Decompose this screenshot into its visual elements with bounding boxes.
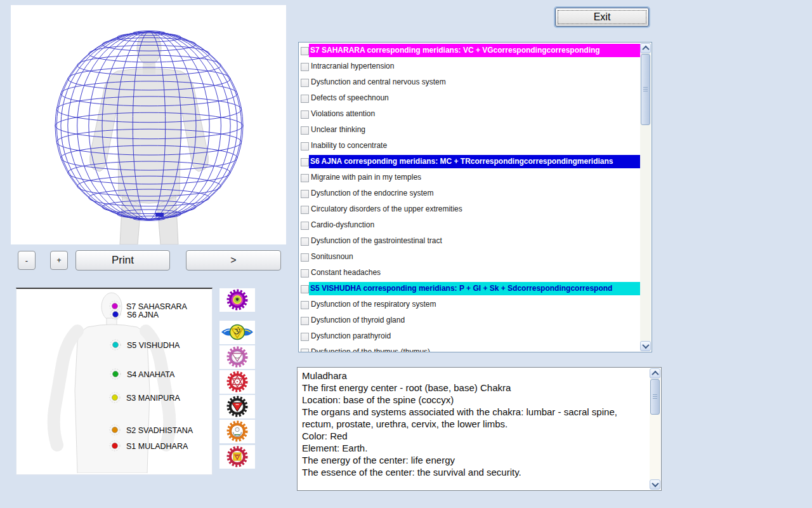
chakra-point-label: S7 SAHASRARA [126, 302, 188, 311]
scrollbar-thumb[interactable] [641, 54, 650, 125]
symptom-checkbox[interactable] [301, 126, 309, 135]
symptom-checkbox[interactable] [301, 253, 309, 262]
vishudha-icon [219, 345, 255, 369]
symptom-row[interactable]: Dysfunction of the gastrointestinal trac… [299, 233, 641, 249]
print-button[interactable]: Print [75, 250, 170, 271]
scroll-down-button[interactable] [650, 479, 660, 490]
symptom-row[interactable]: Sonitusnoun [299, 249, 641, 265]
symptom-checkbox[interactable] [301, 79, 309, 87]
symptom-label[interactable]: Violations attention [311, 106, 641, 122]
symptom-checkbox[interactable] [301, 317, 309, 325]
symptom-label[interactable]: Migraine with pain in my temples [311, 170, 641, 185]
symptom-header-row[interactable]: S5 VISHUDHA corresponding meridians: P +… [299, 281, 641, 297]
chakra-description-box: Muladhara The first energy center - root… [297, 367, 662, 491]
symptom-row[interactable]: Defects of speechnoun [299, 90, 641, 106]
symptom-label[interactable]: Inability to concentrate [311, 138, 641, 154]
symptom-row[interactable]: Violations attention [299, 106, 641, 122]
chakra-app-window: - + Print > Exit S7 SAHASRARAS6 AJNAS5 V… [0, 0, 812, 508]
chakra-figure-panel: S7 SAHASRARAS6 AJNAS5 VISHUDHAS4 ANAHATA… [16, 288, 213, 475]
chevron-up-icon [652, 371, 658, 378]
zoom-in-button[interactable]: + [50, 251, 68, 270]
symptom-row[interactable]: Migraine with pain in my temples [299, 170, 641, 185]
scroll-up-button[interactable] [640, 43, 651, 53]
symptom-checkbox[interactable] [301, 47, 309, 55]
chakra-body-figure: S7 SAHASRARAS6 AJNAS5 VISHUDHAS4 ANAHATA… [16, 289, 211, 473]
symptom-label[interactable]: Dysfunction of the thymus (thymus) [311, 344, 641, 352]
svadhistana-icon [219, 420, 255, 443]
scroll-down-button[interactable] [640, 341, 651, 351]
symptom-label[interactable]: Dysfunction of the gastrointestinal trac… [311, 233, 641, 249]
symptom-row[interactable]: Dysfunction of the thymus (thymus) [299, 344, 641, 352]
chevron-up-icon [642, 46, 649, 53]
symptom-header-row[interactable]: S6 AJNA corresponding meridians: MC + TR… [299, 154, 641, 170]
symptom-label[interactable]: Intracranial hypertension [311, 58, 641, 74]
scrollbar-thumb[interactable] [650, 379, 660, 415]
chakra-point-s2 [112, 427, 118, 433]
zoom-out-button[interactable]: - [18, 251, 36, 270]
symptom-checkbox[interactable] [301, 174, 309, 182]
symptom-label[interactable]: Cardio-dysfunction [311, 217, 641, 233]
symptom-checkbox[interactable] [301, 237, 309, 246]
symptom-checkbox[interactable] [301, 269, 309, 277]
sahasrara-icon [219, 288, 255, 312]
chakra-point-label: S1 MULADHARA [126, 442, 188, 451]
chakra-point-s7 [112, 304, 118, 309]
symptom-label[interactable]: Dysfunction of the endocrine system [311, 185, 641, 201]
symptom-label[interactable]: Dysfunction parathyroid [311, 328, 641, 344]
chakra-description-text: Muladhara The first energy center - root… [302, 370, 646, 488]
sphere-bottom-marker [155, 213, 164, 217]
human-body-3d [90, 32, 209, 244]
symptom-row[interactable]: Intracranial hypertension [299, 58, 641, 74]
section-header-s7: S7 SAHARARA corresponding meridians: VC … [309, 44, 641, 57]
wireframe-sphere-figure [11, 5, 286, 244]
symptom-row[interactable]: Dysfunction parathyroid [299, 328, 641, 344]
symptom-label[interactable]: Defects of speechnoun [311, 90, 641, 106]
anahata-icon [219, 370, 255, 394]
symptom-checkbox[interactable] [301, 95, 309, 103]
symptom-checkbox[interactable] [301, 222, 309, 230]
manipura-icon [219, 395, 255, 418]
chakra-point-s4 [113, 371, 119, 377]
symptom-checkbox[interactable] [301, 110, 309, 119]
symptom-row[interactable]: Cardio-dysfunction [299, 217, 641, 233]
symptom-checkbox[interactable] [301, 301, 309, 309]
exit-button[interactable]: Exit [555, 8, 649, 27]
symptom-row[interactable]: Constant headaches [299, 265, 641, 281]
symptom-checkbox[interactable] [301, 206, 309, 214]
chakra-point-label: S6 AJNA [127, 311, 159, 319]
symptom-label[interactable]: Dysfunction and central nervous system [311, 74, 641, 90]
section-header-s6: S6 AJNA corresponding meridians: MC + TR… [309, 155, 641, 168]
symptom-checkbox[interactable] [301, 349, 309, 352]
symptom-row[interactable]: Dysfunction of the respiratory system [299, 297, 641, 312]
chevron-down-icon [652, 480, 658, 487]
symptom-label[interactable]: Sonitusnoun [311, 249, 641, 265]
symptom-label[interactable]: Dysfunction of the respiratory system [311, 297, 641, 312]
symptom-list: S7 SAHARARA corresponding meridians: VC … [298, 42, 652, 352]
symptom-label[interactable]: Unclear thinking [311, 122, 641, 138]
symptom-label[interactable]: Circulatory disorders of the upper extre… [311, 201, 641, 217]
symptom-row[interactable]: Inability to concentrate [299, 138, 641, 154]
chevron-down-icon [642, 342, 649, 349]
chakra-point-s3 [112, 395, 118, 401]
symptom-row[interactable]: Dysfunction of thyroid gland [299, 312, 641, 328]
symptom-label[interactable]: Dysfunction of thyroid gland [311, 312, 641, 328]
symptom-list-scrollbar[interactable] [640, 43, 651, 351]
chakra-point-s6 [113, 312, 119, 318]
symptom-header-row[interactable]: S7 SAHARARA corresponding meridians: VC … [299, 43, 641, 58]
symptom-label[interactable]: Constant headaches [311, 265, 641, 281]
symptom-row[interactable]: Dysfunction and central nervous system [299, 74, 641, 90]
symptom-checkbox[interactable] [301, 158, 309, 166]
symptom-row[interactable]: Circulatory disorders of the upper extre… [299, 201, 641, 217]
symptom-checkbox[interactable] [301, 190, 309, 198]
scroll-up-button[interactable] [650, 368, 660, 378]
symptom-checkbox[interactable] [301, 142, 309, 150]
symptom-checkbox[interactable] [301, 333, 309, 341]
symptom-checkbox[interactable] [301, 285, 309, 293]
symptom-row[interactable]: Dysfunction of the endocrine system [299, 185, 641, 201]
section-header-s5: S5 VISHUDHA corresponding meridians: P +… [309, 282, 641, 295]
chakra-point-label: S4 ANAHATA [127, 370, 175, 379]
description-scrollbar[interactable] [650, 368, 660, 490]
symptom-row[interactable]: Unclear thinking [299, 122, 641, 138]
symptom-checkbox[interactable] [301, 63, 309, 71]
next-button[interactable]: > [186, 250, 281, 271]
